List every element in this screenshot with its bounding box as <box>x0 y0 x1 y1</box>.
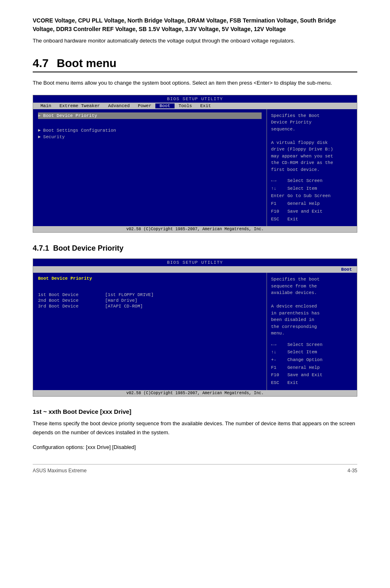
kbd-row-2-1: ←→ Select Screen <box>271 341 353 349</box>
kbd-row-4: F1 General Help <box>271 200 353 208</box>
bios-right-1: Specifies the Boot Device Priority seque… <box>267 109 357 227</box>
kbd-desc-exit-2: Exit <box>287 379 298 387</box>
bios-device-row-2: 2nd Boot Device [Hard Drive] <box>38 298 262 303</box>
bios-device-label-1: 1st Boot Device <box>38 292 103 297</box>
kbd-desc-save-1: Save and Exit <box>287 208 323 215</box>
bios-item-security-label: Security <box>43 135 65 139</box>
kbd-updown-1: ↑↓ <box>271 185 286 193</box>
bios-nav-tools: Tools <box>175 103 196 108</box>
bios-device-row-3: 3rd Boot Device [ATAPI CD-ROM] <box>38 304 262 309</box>
kbd-desc-exit-1: Exit <box>287 215 298 223</box>
bios-nav-1: Main Extreme Tweaker Advanced Power Boot… <box>33 103 357 109</box>
bios-right-desc-2: Specifies the boot sequence from the ava… <box>271 276 353 337</box>
kbd-f1-1: F1 <box>271 200 286 208</box>
bios-screenshot-2: BIOS SETUP UTILITY Boot Boot Device Prio… <box>33 258 357 397</box>
bios-right-desc-1: Specifies the Boot Device Priority seque… <box>271 112 353 173</box>
bios-device-value-2: [Hard Drive] <box>105 298 137 303</box>
bios-spacer-1 <box>38 122 262 127</box>
bios-footer-1: v02.58 (C)Copyright 1985-2007, American … <box>33 226 357 232</box>
kbd-desc-select-item-2: Select Item <box>287 348 317 356</box>
bios-kbd-help-2: ←→ Select Screen ↑↓ Select Item +- Chang… <box>271 341 353 387</box>
section-47-number: 4.7 <box>33 57 49 70</box>
section-47-body: The Boot menu items allow you to change … <box>33 79 357 88</box>
bios-nav-main: Main <box>36 103 55 108</box>
bios-device-value-3: [ATAPI CD-ROM] <box>105 304 143 309</box>
kbd-row-2-6: ESC Exit <box>271 379 353 387</box>
kbd-f10-2: F10 <box>271 371 286 379</box>
section-47-title: Boot menu <box>57 57 117 70</box>
bios-title-2: BIOS SETUP UTILITY <box>33 259 357 266</box>
kbd-arrows-1: ←→ <box>271 177 286 185</box>
arrow-icon-2: ► <box>38 128 41 133</box>
bios-nav-boot: Boot <box>155 103 174 108</box>
bios-nav-boot-label: Boot <box>341 267 352 272</box>
bios-title-1: BIOS SETUP UTILITY <box>33 95 357 103</box>
kbd-row-2-3: +- Change Option <box>271 356 353 364</box>
kbd-row-2: ↑↓ Select Item <box>271 185 353 193</box>
kbd-row-2-5: F10 Save and Exit <box>271 371 353 379</box>
bios-content-1: ► Boot Device Priority ► Boot Settings C… <box>33 109 357 227</box>
kbd-row-1: ←→ Select Screen <box>271 177 353 185</box>
bios-kbd-help-1: ←→ Select Screen ↑↓ Select Item Enter Go… <box>271 177 353 223</box>
arrow-icon-3: ► <box>38 135 41 139</box>
bios-device-value-1: [1st FLOPPY DRIVE] <box>105 292 154 297</box>
bios-nav-2: Boot <box>33 266 357 273</box>
kbd-desc-save-2: Save and Exit <box>287 371 323 379</box>
boot-device-body1: These items specify the boot device prio… <box>33 419 357 437</box>
bios-device-label-3: 3rd Boot Device <box>38 304 103 309</box>
kbd-desc-subscreen-1: Go to Sub Screen <box>287 192 331 200</box>
kbd-f10-1: F10 <box>271 208 286 215</box>
bios-device-table: Boot Device Priority 1st Boot Device [1s… <box>38 276 262 309</box>
kbd-row-2-2: ↑↓ Select Item <box>271 348 353 356</box>
bios-nav-exit: Exit <box>196 103 215 108</box>
bios-nav-extreme: Extreme Tweaker <box>55 103 104 108</box>
kbd-desc-select-screen-2: Select Screen <box>287 341 323 349</box>
arrow-icon-1: ► <box>38 113 41 118</box>
kbd-desc-help-1: General Help <box>287 200 320 208</box>
kbd-esc-2: ESC <box>271 379 286 387</box>
kbd-row-6: ESC Exit <box>271 215 353 223</box>
kbd-plusminus-2: +- <box>271 356 286 364</box>
bios-spacer-2 <box>38 284 262 289</box>
kbd-f1-2: F1 <box>271 364 286 372</box>
kbd-row-3: Enter Go to Sub Screen <box>271 192 353 200</box>
boot-device-body2: Configuration options: [xxx Drive] [Disa… <box>33 443 357 452</box>
section-47-header: 4.7 Boot menu <box>33 57 357 72</box>
bios-left-2: Boot Device Priority 1st Boot Device [1s… <box>33 273 267 390</box>
bios-item-boot-settings-label: Boot Settings Configuration <box>43 128 116 133</box>
bios-item-boot-settings: ► Boot Settings Configuration <box>38 127 262 134</box>
kbd-row-2-4: F1 General Help <box>271 364 353 372</box>
boot-device-title: 1st ~ xxth Boot Device [xxx Drive] <box>33 408 357 415</box>
kbd-updown-2: ↑↓ <box>271 348 286 356</box>
kbd-desc-change-2: Change Option <box>287 356 323 364</box>
bios-content-2: Boot Device Priority 1st Boot Device [1s… <box>33 273 357 390</box>
footer-right: 4-35 <box>347 468 357 474</box>
footer-left: ASUS Maximus Extreme <box>33 468 87 474</box>
kbd-enter-1: Enter <box>271 192 286 200</box>
kbd-desc-select-screen-1: Select Screen <box>287 177 323 185</box>
kbd-arrows-2: ←→ <box>271 341 286 349</box>
section-471-header: 4.7.1 Boot Device Priority <box>33 244 357 253</box>
page-footer: ASUS Maximus Extreme 4-35 <box>33 464 357 474</box>
bios-device-label-2: 2nd Boot Device <box>38 298 103 303</box>
bios-nav-advanced: Advanced <box>104 103 134 108</box>
kbd-esc-1: ESC <box>271 215 286 223</box>
bios-screenshot-1: BIOS SETUP UTILITY Main Extreme Tweaker … <box>33 95 357 233</box>
section-471-title: Boot Device Priority <box>53 244 123 252</box>
kbd-desc-help-2: General Help <box>287 364 320 372</box>
bios-device-header: Boot Device Priority <box>38 276 262 281</box>
intro-body: The onboard hardware monitor automatical… <box>33 37 357 45</box>
bios-item-security: ► Security <box>38 134 262 140</box>
intro-title: VCORE Voltage, CPU PLL Voltage, North Br… <box>33 16 357 34</box>
kbd-row-5: F10 Save and Exit <box>271 208 353 215</box>
bios-left-1: ► Boot Device Priority ► Boot Settings C… <box>33 109 267 227</box>
bios-device-row-1: 1st Boot Device [1st FLOPPY DRIVE] <box>38 292 262 297</box>
kbd-desc-select-item-1: Select Item <box>287 185 317 193</box>
bios-footer-2: v02.58 (C)Copyright 1985-2007, American … <box>33 390 357 396</box>
bios-item-boot-priority: ► Boot Device Priority <box>38 112 262 119</box>
bios-right-2: Specifies the boot sequence from the ava… <box>267 273 357 390</box>
bios-item-boot-priority-label: Boot Device Priority <box>43 113 97 118</box>
section-471-number: 4.7.1 <box>33 244 49 252</box>
bios-nav-power: Power <box>134 103 155 108</box>
